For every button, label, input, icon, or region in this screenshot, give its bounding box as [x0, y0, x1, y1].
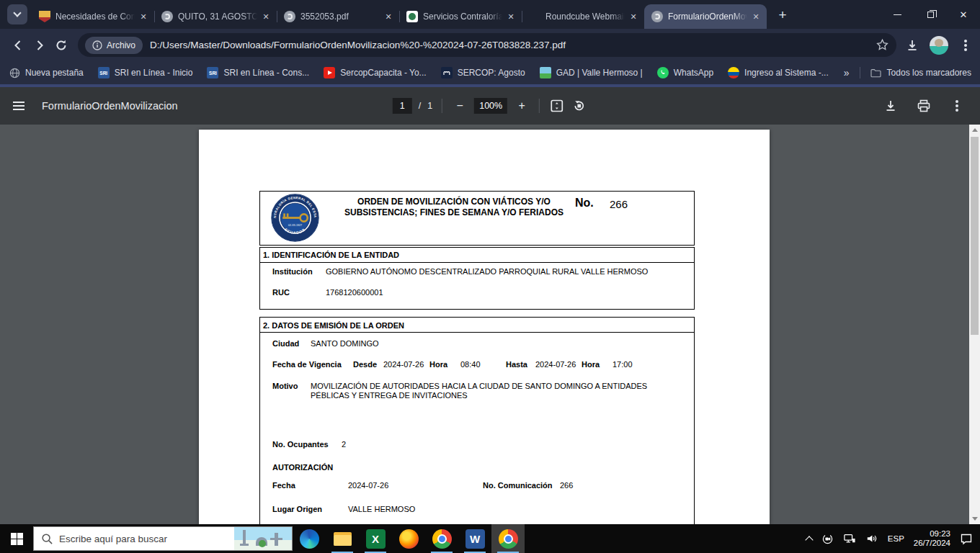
folder-icon: [870, 67, 882, 78]
tab-search-button[interactable]: [7, 4, 27, 24]
tab-roundcube-webmail[interactable]: Roundcube Webmail ✕: [522, 4, 644, 29]
globe-icon: [9, 67, 20, 78]
section1-heading-rule: [259, 262, 695, 263]
hasta-value: 2024-07-26: [535, 360, 576, 369]
zoom-level-input[interactable]: 100%: [474, 98, 507, 114]
motivo-label: Motivo: [272, 382, 298, 390]
tab-close-icon[interactable]: ✕: [383, 11, 394, 22]
bookmark-sri-inicio[interactable]: SRI SRI en Línea - Inicio: [98, 67, 193, 78]
network-icon[interactable]: [843, 533, 856, 544]
notification-center-icon[interactable]: [960, 533, 973, 545]
taskbar-chrome-active-button[interactable]: [491, 524, 525, 553]
start-button[interactable]: [0, 524, 33, 553]
volume-icon[interactable]: [865, 533, 878, 544]
comunicacion-label: No. Comunicación: [483, 481, 553, 490]
reload-button[interactable]: [50, 35, 72, 56]
bookmark-nueva-pestana[interactable]: Nueva pestaña: [9, 67, 84, 78]
tab-formulario-orden-active[interactable]: FormularioOrdenMov ✕: [644, 4, 767, 29]
address-bar[interactable]: Archivo D:/Users/Master/Downloads/Formul…: [78, 33, 896, 57]
close-button[interactable]: ✕: [947, 0, 980, 29]
rotate-icon[interactable]: [571, 98, 587, 114]
all-bookmarks-button[interactable]: Todos los marcadores: [870, 67, 971, 78]
browser-menu-icon[interactable]: [964, 44, 967, 47]
language-indicator[interactable]: ESP: [888, 534, 904, 543]
back-icon: [11, 38, 25, 53]
bookmark-gad-valle-hermoso[interactable]: GAD | Valle Hermoso |: [540, 67, 643, 78]
motivo-value: MOVILIZACIÓN DE AUTORIDADES HACIA LA CIU…: [311, 382, 682, 400]
ruc-value: 1768120600001: [326, 288, 383, 297]
zoom-in-button[interactable]: +: [514, 99, 530, 112]
taskbar-search-input[interactable]: Escribe aquí para buscar: [33, 526, 293, 551]
taskbar-explorer-button[interactable]: [326, 524, 359, 553]
hora-inicio-value: 08:40: [460, 360, 481, 369]
ocupantes-label: No. Ocupantes: [272, 440, 329, 449]
zoom-out-button[interactable]: −: [452, 99, 468, 112]
bookmark-label: SRI en Línea - Inicio: [115, 68, 193, 78]
taskbar-firefox-button[interactable]: [392, 524, 425, 553]
back-button[interactable]: [7, 35, 29, 56]
pdf-title: FormularioOrdenMovilizacion: [42, 100, 178, 112]
profile-avatar[interactable]: [930, 36, 948, 55]
tab-close-icon[interactable]: ✕: [505, 11, 517, 22]
file-scheme-chip[interactable]: Archivo: [85, 37, 143, 54]
origen-value: VALLE HERMOSO: [348, 505, 415, 513]
taskbar-word-button[interactable]: W: [458, 524, 491, 553]
taskbar-excel-button[interactable]: X: [359, 524, 392, 553]
taskbar-edge-button[interactable]: [293, 524, 326, 553]
bookmark-star-icon[interactable]: [876, 38, 889, 52]
hora-fin-label: Hora: [582, 360, 600, 369]
file-explorer-icon: [333, 529, 352, 549]
fecha-label: Fecha: [272, 481, 295, 490]
print-icon[interactable]: [917, 99, 931, 113]
scroll-up-icon[interactable]: [972, 128, 978, 132]
forward-button[interactable]: [29, 35, 50, 56]
taskbar-chrome-button[interactable]: [425, 524, 458, 553]
pdf-viewport[interactable]: CONTRALORÍA GENERAL DEL ESTADO ECUADOR 0…: [0, 125, 980, 524]
sercop-icon: [441, 67, 453, 78]
meet-now-icon[interactable]: [821, 533, 834, 545]
tab-strip: Necesidades de Contr ✕ QUITO, 31 AGOSTO …: [0, 0, 980, 29]
minimize-button[interactable]: [881, 0, 914, 29]
tab-close-icon[interactable]: ✕: [260, 11, 272, 22]
bookmark-sri-consultas[interactable]: SRI SRI en Línea - Cons...: [207, 67, 309, 78]
search-highlight-image[interactable]: [234, 527, 292, 550]
divider: [860, 67, 860, 78]
new-tab-button[interactable]: +: [772, 5, 793, 25]
tab-close-icon[interactable]: ✕: [628, 11, 639, 22]
hasta-label: Hasta: [506, 360, 527, 369]
fit-page-icon[interactable]: [549, 98, 565, 114]
maximize-button[interactable]: [914, 0, 947, 29]
downloads-icon[interactable]: [905, 38, 919, 53]
tab-3552053-pdf[interactable]: 3552053.pdf ✕: [277, 4, 399, 29]
excel-icon: X: [366, 529, 386, 549]
gad-icon: [540, 67, 551, 78]
taskbar-clock[interactable]: 09:23 26/7/2024: [914, 529, 950, 548]
pdf-menu-icon[interactable]: [13, 102, 24, 110]
form-title: ORDEN DE MOVILIZACIÓN CON VIÁTICOS Y/O S…: [340, 197, 568, 217]
tab-close-icon[interactable]: ✕: [750, 11, 762, 22]
scrollbar-thumb[interactable]: [971, 137, 979, 335]
screen: Necesidades de Contr ✕ QUITO, 31 AGOSTO …: [0, 0, 980, 553]
order-form: CONTRALORÍA GENERAL DEL ESTADO ECUADOR 0…: [259, 191, 695, 524]
pdf-menu-more-icon[interactable]: [956, 104, 958, 107]
bookmark-ingreso-sistema[interactable]: Ingreso al Sistema -...: [728, 67, 829, 78]
search-icon: [41, 533, 53, 545]
tab-servicios-contraloria[interactable]: Servicios Contraloría ✕: [399, 4, 522, 29]
url-text[interactable]: D:/Users/Master/Downloads/FormularioOrde…: [150, 40, 876, 50]
firefox-icon: [399, 529, 419, 549]
page-number-input[interactable]: 1: [393, 98, 412, 114]
tray-expand-icon[interactable]: [805, 536, 813, 544]
bookmark-sercopcapacita[interactable]: SercopCapacita - Yo...: [324, 67, 426, 78]
bookmark-sercop-agosto[interactable]: SERCOP: Agosto: [441, 67, 525, 78]
bookmarks-overflow-button[interactable]: »: [844, 67, 850, 78]
scroll-down-icon[interactable]: [972, 517, 978, 521]
download-icon[interactable]: [883, 99, 898, 113]
bookmark-label: GAD | Valle Hermoso |: [556, 68, 643, 78]
bookmark-whatsapp[interactable]: WhatsApp: [657, 67, 713, 78]
tab-necesidades[interactable]: Necesidades de Contr ✕: [32, 4, 154, 29]
forward-icon: [32, 38, 47, 53]
scrollbar[interactable]: [969, 125, 980, 524]
tab-quito-pdf[interactable]: QUITO, 31 AGOSTO D ✕: [154, 4, 277, 29]
autorizacion-heading: AUTORIZACIÓN: [272, 463, 333, 472]
tab-close-icon[interactable]: ✕: [138, 11, 149, 22]
